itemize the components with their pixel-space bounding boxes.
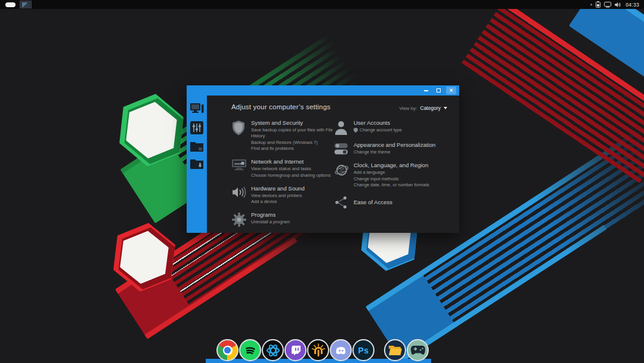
view-by-control[interactable]: View by: Category [399, 105, 447, 111]
category-title[interactable]: User Accounts [354, 119, 459, 126]
files-folder-icon[interactable] [384, 339, 406, 361]
shield-icon [231, 119, 247, 152]
category-link[interactable]: Add a device [251, 199, 334, 205]
hidden-icons-caret[interactable]: ▴ [590, 2, 593, 7]
window-sidebar [187, 96, 207, 233]
category-network-and-internet[interactable]: www Network and Internet View network st… [231, 158, 334, 179]
folder-icon[interactable] [190, 140, 204, 152]
minimize-button[interactable] [421, 87, 431, 94]
programs-gear-icon [231, 211, 247, 227]
user-silhouette-icon [334, 119, 349, 136]
volume-icon[interactable] [615, 2, 622, 8]
categories-right-column: User Accounts Change account type [334, 119, 459, 233]
toggle-switches-icon [334, 141, 349, 156]
category-ease-of-access[interactable]: Ease of Access [334, 195, 459, 210]
dock: Ps [216, 339, 429, 361]
mixer-sliders-icon[interactable] [190, 121, 204, 135]
network-monitor-icon: www [231, 158, 247, 179]
computer-icon[interactable] [190, 102, 204, 115]
photoshop-icon[interactable]: Ps [352, 339, 374, 361]
battery-icon[interactable] [596, 1, 600, 8]
category-link[interactable]: Change account type [354, 127, 459, 134]
maximize-button[interactable] [434, 87, 444, 94]
category-appearance-personalization[interactable]: Appearance and Personalization Change th… [334, 141, 459, 156]
category-programs[interactable]: Programs Uninstall a program [231, 211, 334, 227]
folder-download-icon[interactable] [190, 158, 204, 170]
category-system-and-security[interactable]: System and Security Save backup copies o… [231, 119, 334, 152]
chevron-down-icon [444, 107, 447, 109]
category-title[interactable]: Network and Internet [251, 158, 334, 165]
category-link[interactable]: View devices and printers [251, 193, 334, 199]
category-title[interactable]: Ease of Access [354, 199, 459, 205]
category-link[interactable]: Choose homegroup and sharing options [251, 173, 334, 179]
photoshop-label: Ps [358, 346, 369, 355]
close-button[interactable]: ✕ [446, 87, 456, 94]
game-knot-icon[interactable] [262, 339, 284, 361]
category-link[interactable]: Backup and Restore (Windows 7) [251, 140, 334, 146]
category-link[interactable]: Uninstall a program [251, 219, 334, 225]
category-link[interactable]: Change the theme [354, 149, 459, 155]
category-clock-language-region[interactable]: Clock, Language, and Region Add a langua… [334, 162, 459, 189]
share-nodes-icon [334, 195, 349, 210]
categories-left-column: System and Security Save backup copies o… [231, 119, 334, 233]
category-link[interactable]: Change input methods [354, 176, 459, 182]
active-task-thumbnail[interactable] [20, 1, 32, 8]
category-link[interactable]: View network status and tasks [251, 166, 334, 172]
lutris-icon[interactable] [307, 339, 329, 361]
category-hardware-and-sound[interactable]: Hardware and Sound View devices and prin… [231, 185, 334, 206]
spotify-icon[interactable] [239, 339, 261, 361]
control-panel-window: ✕ Adjust your computer’s settings [187, 85, 459, 233]
top-bar: ▴ 04:33 [0, 0, 644, 9]
uac-shield-icon [354, 128, 358, 134]
category-link[interactable]: Save backup copies of your files with Fi… [251, 127, 334, 139]
category-title[interactable]: Appearance and Personalization [354, 141, 459, 148]
window-content: Adjust your computer’s settings View by:… [207, 96, 459, 233]
category-title[interactable]: Hardware and Sound [251, 185, 334, 192]
speaker-icon [231, 185, 247, 206]
twitch-icon[interactable] [284, 339, 306, 361]
category-link[interactable]: Add a language [354, 170, 459, 176]
desktop: ▴ 04:33 ✕ [0, 0, 644, 363]
window-titlebar[interactable]: ✕ [187, 85, 459, 96]
category-title[interactable]: Clock, Language, and Region [354, 162, 459, 168]
view-by-label: View by: [399, 106, 417, 111]
game-controller-icon[interactable] [407, 339, 429, 361]
discord-icon[interactable] [330, 339, 352, 361]
category-title[interactable]: Programs [251, 211, 334, 218]
clock[interactable]: 04:33 [626, 2, 639, 8]
category-user-accounts[interactable]: User Accounts Change account type [334, 119, 459, 136]
category-link[interactable]: Change date, time, or number formats [354, 182, 459, 188]
menu-pill-button[interactable] [5, 2, 16, 7]
category-title[interactable]: System and Security [251, 119, 334, 126]
category-link[interactable]: Find and fix problems [251, 146, 334, 152]
network-display-icon[interactable] [604, 2, 611, 8]
view-by-value[interactable]: Category [420, 105, 441, 111]
chrome-icon[interactable] [216, 339, 239, 361]
globe-icon [334, 162, 349, 189]
